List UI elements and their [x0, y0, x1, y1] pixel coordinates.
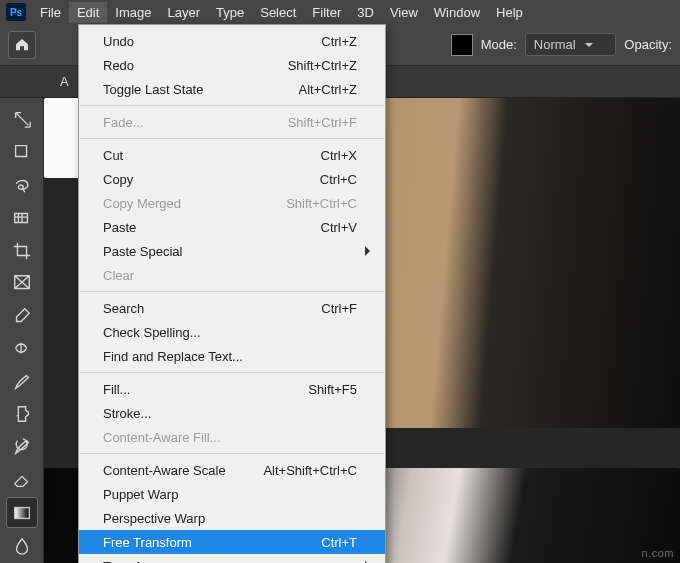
menu-item-label: Search: [103, 301, 321, 316]
menu-item-shortcut: Shift+F5: [308, 382, 357, 397]
menu-item-shortcut: Shift+Ctrl+F: [288, 115, 357, 130]
home-button[interactable]: [8, 31, 36, 59]
tool-history-brush[interactable]: [6, 432, 38, 463]
menu-separator: [80, 138, 384, 139]
menu-item-label: Find and Replace Text...: [103, 349, 357, 364]
menu-item-label: Content-Aware Scale: [103, 463, 263, 478]
menu-item-label: Redo: [103, 58, 288, 73]
menu-item-paste-special[interactable]: Paste Special: [79, 239, 385, 263]
tool-healing[interactable]: [6, 333, 38, 364]
menu-item-copy[interactable]: CopyCtrl+C: [79, 167, 385, 191]
menu-item-fade: Fade...Shift+Ctrl+F: [79, 110, 385, 134]
menu-item-shortcut: Ctrl+F: [321, 301, 357, 316]
edit-menu-dropdown: UndoCtrl+ZRedoShift+Ctrl+ZToggle Last St…: [78, 24, 386, 563]
history-brush-icon: [12, 437, 32, 457]
menu-item-label: Paste Special: [103, 244, 357, 259]
menu-item-copy-merged: Copy MergedShift+Ctrl+C: [79, 191, 385, 215]
menu-item-shortcut: Alt+Ctrl+Z: [298, 82, 357, 97]
foreground-swatch[interactable]: [451, 34, 473, 56]
menu-item-toggle-last-state[interactable]: Toggle Last StateAlt+Ctrl+Z: [79, 77, 385, 101]
menu-item-perspective-warp[interactable]: Perspective Warp: [79, 506, 385, 530]
menu-item-label: Copy: [103, 172, 320, 187]
menu-item-puppet-warp[interactable]: Puppet Warp: [79, 482, 385, 506]
opacity-label: Opacity:: [624, 37, 672, 52]
menu-separator: [80, 372, 384, 373]
toolbox: [0, 98, 44, 563]
menu-select[interactable]: Select: [252, 2, 304, 23]
menu-item-label: Clear: [103, 268, 357, 283]
menu-separator: [80, 105, 384, 106]
menu-separator: [80, 291, 384, 292]
menu-item-redo[interactable]: RedoShift+Ctrl+Z: [79, 53, 385, 77]
tool-gradient[interactable]: [6, 497, 38, 528]
tool-crop[interactable]: [6, 235, 38, 266]
menu-filter[interactable]: Filter: [304, 2, 349, 23]
menu-item-label: Paste: [103, 220, 321, 235]
eyedropper-icon: [12, 306, 32, 326]
tool-blur[interactable]: [6, 530, 38, 561]
blend-mode-select[interactable]: Normal: [525, 33, 617, 56]
menu-item-check-spelling[interactable]: Check Spelling...: [79, 320, 385, 344]
menu-item-content-aware-fill: Content-Aware Fill...: [79, 425, 385, 449]
eraser-icon: [12, 470, 32, 490]
move-icon: [12, 109, 32, 129]
svg-rect-0: [14, 507, 29, 518]
menu-item-transform[interactable]: Transform: [79, 554, 385, 563]
document-tab[interactable]: A: [56, 66, 73, 97]
quick-select-icon: [12, 208, 32, 228]
tool-frame[interactable]: [6, 268, 38, 299]
clone-icon: [12, 404, 32, 424]
menu-item-free-transform[interactable]: Free TransformCtrl+T: [79, 530, 385, 554]
healing-icon: [12, 339, 32, 359]
menu-item-label: Toggle Last State: [103, 82, 298, 97]
menu-window[interactable]: Window: [426, 2, 488, 23]
menu-item-label: Content-Aware Fill...: [103, 430, 357, 445]
menu-type[interactable]: Type: [208, 2, 252, 23]
menu-edit[interactable]: Edit: [69, 2, 107, 23]
menu-item-undo[interactable]: UndoCtrl+Z: [79, 29, 385, 53]
menu-item-shortcut: Alt+Shift+Ctrl+C: [263, 463, 357, 478]
menu-item-label: Free Transform: [103, 535, 321, 550]
menu-item-paste[interactable]: PasteCtrl+V: [79, 215, 385, 239]
tool-lasso[interactable]: [6, 170, 38, 201]
menu-file[interactable]: File: [32, 2, 69, 23]
menu-image[interactable]: Image: [107, 2, 159, 23]
tool-marquee[interactable]: [6, 137, 38, 168]
document-tab-label: A: [60, 74, 69, 89]
menu-item-content-aware-scale[interactable]: Content-Aware ScaleAlt+Shift+Ctrl+C: [79, 458, 385, 482]
tool-move[interactable]: [6, 104, 38, 135]
menu-item-label: Undo: [103, 34, 321, 49]
blur-icon: [12, 536, 32, 556]
menu-item-shortcut: Ctrl+X: [321, 148, 357, 163]
menu-item-stroke[interactable]: Stroke...: [79, 401, 385, 425]
gradient-icon: [12, 503, 32, 523]
menu-item-shortcut: Ctrl+C: [320, 172, 357, 187]
tool-clone[interactable]: [6, 399, 38, 430]
menu-item-label: Stroke...: [103, 406, 357, 421]
menu-item-shortcut: Shift+Ctrl+C: [286, 196, 357, 211]
menu-layer[interactable]: Layer: [160, 2, 209, 23]
tool-quick-select[interactable]: [6, 202, 38, 233]
menu-3d[interactable]: 3D: [349, 2, 382, 23]
menu-item-label: Copy Merged: [103, 196, 286, 211]
menu-item-label: Transform: [103, 559, 357, 564]
crop-icon: [12, 241, 32, 261]
blend-mode-value: Normal: [534, 37, 576, 52]
menu-separator: [80, 453, 384, 454]
menubar: Ps FileEditImageLayerTypeSelectFilter3DV…: [0, 0, 680, 24]
tool-eraser[interactable]: [6, 465, 38, 496]
menu-item-label: Perspective Warp: [103, 511, 357, 526]
menu-item-label: Cut: [103, 148, 321, 163]
menu-help[interactable]: Help: [488, 2, 531, 23]
menu-view[interactable]: View: [382, 2, 426, 23]
menu-item-find-and-replace-text[interactable]: Find and Replace Text...: [79, 344, 385, 368]
menu-item-label: Fill...: [103, 382, 308, 397]
menu-item-cut[interactable]: CutCtrl+X: [79, 143, 385, 167]
menu-item-shortcut: Ctrl+V: [321, 220, 357, 235]
tool-eyedropper[interactable]: [6, 301, 38, 332]
chevron-down-icon: [585, 43, 593, 51]
watermark: n.com: [642, 547, 674, 559]
menu-item-fill[interactable]: Fill...Shift+F5: [79, 377, 385, 401]
tool-brush[interactable]: [6, 366, 38, 397]
menu-item-search[interactable]: SearchCtrl+F: [79, 296, 385, 320]
